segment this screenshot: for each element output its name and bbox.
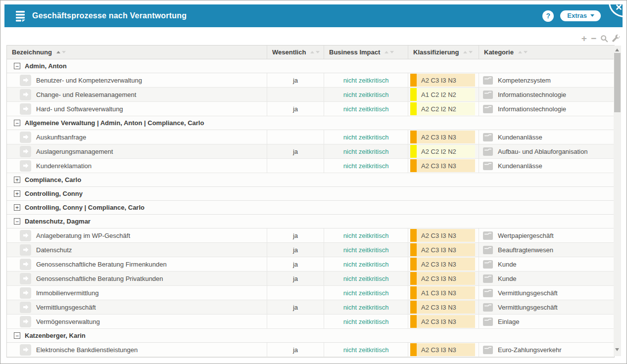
- table-row[interactable]: Immobilienvermittlungnicht zeitkritischA…: [7, 286, 614, 300]
- process-arrow-icon[interactable]: [20, 273, 31, 284]
- search-icon[interactable]: [600, 35, 608, 43]
- sort-icons[interactable]: [518, 51, 528, 53]
- scroll-up-icon[interactable]: [615, 48, 619, 51]
- process-name[interactable]: Datenschutz: [36, 246, 72, 254]
- table-body: −Admin, AntonBenutzer- und Kompetenzverw…: [7, 59, 614, 357]
- expand-group-icon[interactable]: +: [14, 190, 20, 197]
- process-arrow-icon[interactable]: [20, 75, 31, 86]
- group-label: Controlling, Conny: [25, 190, 83, 197]
- cell-kategorie: Euro-Zahlungsverkehr: [479, 343, 614, 357]
- process-arrow-icon[interactable]: [20, 132, 31, 143]
- group-row[interactable]: −Admin, Anton: [7, 59, 614, 73]
- extras-button[interactable]: Extras: [560, 10, 601, 21]
- group-row[interactable]: −Datenschutz, Dagmar: [7, 215, 614, 228]
- column-header-wesentlich[interactable]: Wesentlich: [267, 46, 324, 59]
- process-name[interactable]: Genossenschaftliche Beratung Privatkunde…: [36, 275, 163, 282]
- scrollbar-thumb[interactable]: [614, 53, 621, 112]
- process-arrow-icon[interactable]: [20, 344, 31, 356]
- process-arrow-icon[interactable]: [20, 146, 31, 157]
- add-icon[interactable]: +: [581, 35, 587, 42]
- process-name[interactable]: Immobilienvermittlung: [36, 289, 98, 297]
- process-name[interactable]: Elektronische Bankdienstleistungen: [36, 346, 138, 354]
- process-arrow-icon[interactable]: [20, 160, 31, 172]
- sort-icons[interactable]: [56, 51, 66, 53]
- process-name[interactable]: Hard- und Softwareverwaltung: [36, 105, 123, 113]
- table-row[interactable]: Vermittlungsgeschäftjanicht zeitkritisch…: [7, 300, 614, 315]
- column-header-bezeichnung[interactable]: Bezeichnung: [7, 46, 267, 59]
- process-name[interactable]: Auslagerungsmanagement: [36, 148, 113, 155]
- sort-icons[interactable]: [385, 51, 394, 53]
- process-name[interactable]: Genossenschaftliche Beratung Firmenkunde…: [36, 261, 167, 268]
- process-arrow-icon[interactable]: [20, 103, 31, 115]
- wrench-icon[interactable]: [612, 35, 620, 43]
- table-row[interactable]: Kundenreklamationnicht zeitkritischA2 C3…: [7, 159, 614, 173]
- kategorie-label: Informationstechnologie: [498, 105, 566, 113]
- cell-bezeichnung: Datenschutz: [7, 243, 267, 257]
- table-row[interactable]: Vermögensverwaltungnicht zeitkritischA2 …: [7, 315, 614, 329]
- collapse-group-icon[interactable]: −: [14, 218, 20, 225]
- cell-business-impact: nicht zeitkritisch: [324, 144, 408, 158]
- process-arrow-icon[interactable]: [20, 230, 31, 241]
- collapse-group-icon[interactable]: −: [14, 120, 20, 126]
- folder-icon: [483, 91, 493, 99]
- column-header-kategorie[interactable]: Kategorie: [479, 46, 614, 59]
- cell-business-impact: nicht zeitkritisch: [324, 130, 408, 144]
- cell-business-impact: nicht zeitkritisch: [324, 159, 408, 173]
- group-row[interactable]: +Compliance, Carlo: [7, 173, 614, 187]
- group-label: Allgemeine Verwaltung | Admin, Anton | C…: [25, 119, 204, 127]
- group-row[interactable]: −Allgemeine Verwaltung | Admin, Anton | …: [7, 116, 614, 130]
- process-name[interactable]: Vermögensverwaltung: [36, 318, 100, 325]
- process-arrow-icon[interactable]: [20, 316, 31, 327]
- table-row[interactable]: Genossenschaftliche Beratung Firmenkunde…: [7, 257, 614, 272]
- cell-business-impact: nicht zeitkritisch: [324, 73, 408, 87]
- remove-icon[interactable]: −: [591, 35, 596, 42]
- help-button[interactable]: ?: [542, 10, 554, 22]
- process-arrow-icon[interactable]: [20, 89, 31, 100]
- process-name[interactable]: Vermittlungsgeschäft: [36, 304, 96, 311]
- sort-icons[interactable]: [463, 51, 473, 53]
- cell-klassifizierung: A2 C3 I3 N3: [408, 243, 479, 257]
- sort-icons[interactable]: [310, 51, 320, 53]
- column-label: Klassifizierung: [413, 48, 459, 56]
- table-row[interactable]: Benutzer- und Kompetenzverwaltungjanicht…: [7, 73, 614, 88]
- collapse-group-icon[interactable]: −: [14, 332, 20, 339]
- process-arrow-icon[interactable]: [20, 244, 31, 256]
- klass-color-bar: [410, 229, 417, 242]
- column-header-business-impact[interactable]: Business Impact: [324, 46, 408, 59]
- table-row[interactable]: Elektronische Bankdienstleistungenjanich…: [7, 343, 614, 357]
- cell-wesentlich: [267, 315, 324, 328]
- process-arrow-icon[interactable]: [20, 287, 31, 299]
- group-row[interactable]: −Katzenberger, Karin: [7, 329, 614, 343]
- kategorie-label: Vermittlungsgeschäft: [498, 289, 558, 297]
- table-row[interactable]: Auskunftsanfragenicht zeitkritischA2 C3 …: [7, 130, 614, 144]
- process-name[interactable]: Anlageberatung im WP-Geschäft: [36, 232, 130, 239]
- expand-group-icon[interactable]: +: [14, 177, 20, 183]
- process-name[interactable]: Kundenreklamation: [36, 162, 92, 170]
- cell-kategorie: Aufbau- und Ablauforganisation: [479, 144, 614, 158]
- klass-color-bar: [410, 74, 417, 87]
- table-row[interactable]: Change- und Releasemanagementnicht zeitk…: [7, 88, 614, 102]
- title-bar: Geschäftsprozesse nach Verantwortung ? E…: [4, 4, 623, 27]
- expand-group-icon[interactable]: +: [14, 204, 20, 211]
- cell-klassifizierung: A2 C3 I3 N3: [408, 300, 479, 314]
- collapse-group-icon[interactable]: −: [14, 63, 20, 69]
- column-header-klassifizierung[interactable]: Klassifizierung: [408, 46, 479, 59]
- report-document-icon: [15, 10, 26, 22]
- table-row[interactable]: Hard- und Softwareverwaltungjanicht zeit…: [7, 102, 614, 116]
- table-row[interactable]: Anlageberatung im WP-Geschäftjanicht zei…: [7, 228, 614, 243]
- table-row[interactable]: Auslagerungsmanagementjanicht zeitkritis…: [7, 144, 614, 159]
- process-name[interactable]: Benutzer- und Kompetenzverwaltung: [36, 77, 142, 84]
- cell-bezeichnung: Vermittlungsgeschäft: [7, 300, 267, 314]
- vertical-scrollbar[interactable]: [614, 46, 621, 356]
- group-row[interactable]: +Controlling, Conny | Compliance, Carlo: [7, 201, 614, 215]
- table-row[interactable]: Datenschutzjanicht zeitkritischA2 C3 I3 …: [7, 243, 614, 257]
- process-name[interactable]: Auskunftsanfrage: [36, 134, 86, 141]
- scroll-down-icon[interactable]: [615, 348, 619, 351]
- group-row[interactable]: +Controlling, Conny: [7, 187, 614, 201]
- process-name[interactable]: Change- und Releasemanagement: [36, 91, 136, 98]
- process-arrow-icon[interactable]: [20, 259, 31, 270]
- cell-wesentlich: ja: [267, 272, 324, 285]
- process-arrow-icon[interactable]: [20, 302, 31, 313]
- table-row[interactable]: Genossenschaftliche Beratung Privatkunde…: [7, 272, 614, 286]
- cell-bezeichnung: Genossenschaftliche Beratung Firmenkunde…: [7, 257, 267, 271]
